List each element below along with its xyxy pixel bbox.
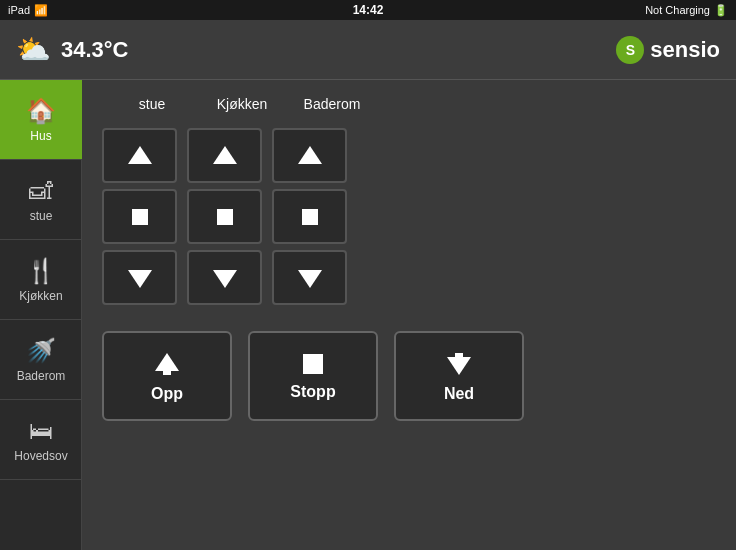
sidebar-label-hovedsov: Hovedsov	[14, 449, 67, 463]
device-label: iPad	[8, 4, 30, 16]
svg-marker-6	[128, 270, 152, 288]
bed-icon: 🛏	[29, 417, 53, 445]
sidebar-item-baderom[interactable]: 🚿 Baderom	[0, 320, 82, 400]
controls-row-stop	[102, 189, 716, 244]
fork-icon: 🍴	[26, 257, 56, 285]
ned-icon	[444, 349, 474, 379]
house-icon: 🏠	[26, 97, 56, 125]
svg-marker-9	[155, 353, 179, 371]
svg-rect-10	[163, 369, 171, 375]
shower-icon: 🚿	[26, 337, 56, 365]
sidebar-label-kjokken: Kjøkken	[19, 289, 62, 303]
header-left: ⛅ 34.3°C	[16, 33, 129, 66]
svg-rect-11	[303, 354, 323, 374]
couch-icon: 🛋	[29, 177, 53, 205]
sensio-logo-text: sensio	[650, 37, 720, 63]
room-label-baderom: Baderom	[292, 96, 372, 112]
stue-up-button[interactable]	[102, 128, 177, 183]
sidebar-item-stue[interactable]: 🛋 stue	[0, 160, 82, 240]
wifi-icon: 📶	[34, 4, 48, 17]
logo: S sensio	[616, 36, 720, 64]
kjokken-down-button[interactable]	[187, 250, 262, 305]
sidebar-item-kjokken[interactable]: 🍴 Kjøkken	[0, 240, 82, 320]
opp-icon	[152, 349, 182, 379]
status-time: 14:42	[353, 3, 384, 17]
ned-label: Ned	[444, 385, 474, 403]
status-right: Not Charging 🔋	[645, 4, 728, 17]
sidebar-label-stue: stue	[30, 209, 53, 223]
blind-controls-grid	[102, 128, 716, 305]
sensio-logo-icon: S	[616, 36, 644, 64]
svg-marker-1	[213, 146, 237, 164]
opp-label: Opp	[151, 385, 183, 403]
sidebar-label-hus: Hus	[30, 129, 51, 143]
header: ⛅ 34.3°C S sensio	[0, 20, 736, 80]
svg-rect-4	[217, 209, 233, 225]
svg-marker-8	[298, 270, 322, 288]
svg-rect-5	[302, 209, 318, 225]
room-labels-row: stue Kjøkken Baderom	[112, 96, 716, 112]
baderom-down-button[interactable]	[272, 250, 347, 305]
status-bar: iPad 📶 14:42 Not Charging 🔋	[0, 0, 736, 20]
sidebar: 🏠 Hus 🛋 stue 🍴 Kjøkken 🚿 Baderom 🛏 Hoved…	[0, 80, 82, 550]
svg-marker-13	[447, 357, 471, 375]
svg-marker-2	[298, 146, 322, 164]
controls-row-up	[102, 128, 716, 183]
sidebar-item-hovedsov[interactable]: 🛏 Hovedsov	[0, 400, 82, 480]
room-label-kjokken: Kjøkken	[202, 96, 282, 112]
controls-row-down	[102, 250, 716, 305]
opp-button[interactable]: Opp	[102, 331, 232, 421]
baderom-stop-button[interactable]	[272, 189, 347, 244]
svg-marker-7	[213, 270, 237, 288]
baderom-up-button[interactable]	[272, 128, 347, 183]
kjokken-up-button[interactable]	[187, 128, 262, 183]
weather-icon: ⛅	[16, 33, 51, 66]
stue-stop-button[interactable]	[102, 189, 177, 244]
sidebar-item-hus[interactable]: 🏠 Hus	[0, 80, 82, 160]
status-left: iPad 📶	[8, 4, 48, 17]
temperature-display: 34.3°C	[61, 37, 129, 63]
room-label-stue: stue	[112, 96, 192, 112]
ned-button[interactable]: Ned	[394, 331, 524, 421]
large-action-buttons: Opp Stopp Ned	[102, 331, 716, 421]
content-area: stue Kjøkken Baderom	[82, 80, 736, 550]
svg-marker-0	[128, 146, 152, 164]
stue-down-button[interactable]	[102, 250, 177, 305]
svg-rect-3	[132, 209, 148, 225]
sidebar-label-baderom: Baderom	[17, 369, 66, 383]
battery-label: Not Charging	[645, 4, 710, 16]
stopp-button[interactable]: Stopp	[248, 331, 378, 421]
stopp-label: Stopp	[290, 383, 335, 401]
kjokken-stop-button[interactable]	[187, 189, 262, 244]
battery-icon: 🔋	[714, 4, 728, 17]
stopp-icon	[300, 351, 326, 377]
main-layout: 🏠 Hus 🛋 stue 🍴 Kjøkken 🚿 Baderom 🛏 Hoved…	[0, 80, 736, 550]
